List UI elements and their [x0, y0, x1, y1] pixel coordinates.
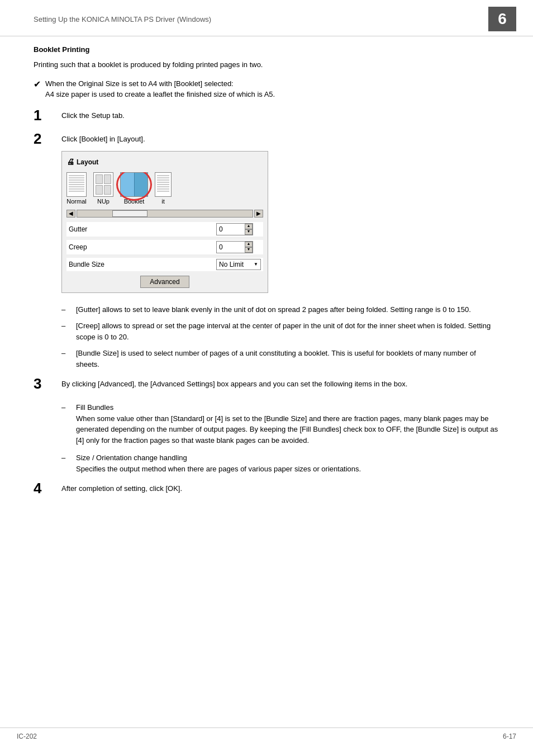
bullet-dash-2: – — [61, 320, 73, 332]
thumb-it-label: it — [161, 197, 165, 206]
sub-bullet-size-orientation-content: Size / Orientation change handling Speci… — [76, 452, 499, 474]
bundle-size-arrow: ▼ — [254, 261, 258, 268]
step-4: 4 After completion of setting, click [OK… — [34, 483, 499, 495]
fill-bundles-desc: When some value other than [Standard] or… — [76, 413, 499, 446]
bullet-creep-text: [Creep] allows to spread or set the page… — [76, 320, 499, 342]
creep-field-row: Creep ▲ ▼ — [66, 240, 263, 254]
size-orientation-desc: Specifies the output method when there a… — [76, 464, 499, 475]
nup-cell-3 — [96, 185, 103, 195]
content-area: Booklet Printing Printing such that a bo… — [0, 45, 533, 540]
step-2-bullets: – [Gutter] allows to set to leave blank … — [61, 304, 499, 370]
bullet-bundle-size: – [Bundle Size] is used to select number… — [61, 348, 499, 370]
gutter-input-container: ▲ ▼ — [216, 223, 261, 235]
gutter-spin-up[interactable]: ▲ — [245, 224, 253, 229]
sub-dash-2: – — [61, 452, 73, 464]
note-line1: When the Original Size is set to A4 with… — [45, 79, 234, 88]
scroll-thumb — [112, 210, 147, 217]
note-line2: A4 size paper is used to create a leafle… — [45, 90, 275, 98]
thumb-nup[interactable]: NUp — [93, 172, 113, 206]
bundle-size-input-container: No Limit ▼ — [216, 259, 261, 270]
steps-container: 1 Click the Setup tab. 2 Click [Booklet]… — [34, 110, 499, 496]
bullet-dash-3: – — [61, 348, 73, 359]
creep-spin-up[interactable]: ▲ — [245, 242, 253, 247]
step-1-text: Click the Setup tab. — [61, 111, 125, 120]
fill-bundles-title: Fill Bundles — [76, 402, 499, 413]
sub-bullet-fill-bundles-content: Fill Bundles When some value other than … — [76, 402, 499, 446]
size-orientation-title: Size / Orientation change handling — [76, 452, 499, 464]
bullet-gutter: – [Gutter] allows to set to leave blank … — [61, 304, 499, 315]
step-4-content: After completion of setting, click [OK]. — [61, 483, 499, 494]
thumb-normal-label: Normal — [66, 197, 86, 206]
nup-cell-4 — [104, 185, 111, 195]
step-3: 3 By clicking [Advanced], the [Advanced … — [34, 379, 499, 391]
sub-bullet-size-orientation: – Size / Orientation change handling Spe… — [61, 452, 499, 474]
step-2-content: Click [Booklet] in [Layout]. 🖨 Layout — [61, 134, 499, 293]
scroll-left-btn[interactable]: ◀ — [66, 210, 75, 218]
booklet-left-half — [121, 173, 135, 196]
scrollbar-row: ◀ ▶ — [66, 210, 263, 218]
creep-spin-down[interactable]: ▼ — [245, 247, 253, 253]
step-2-text: Click [Booklet] in [Layout]. — [61, 135, 145, 143]
bullet-creep: – [Creep] allows to spread or set the pa… — [61, 320, 499, 342]
thumb-it[interactable]: it — [155, 172, 172, 206]
footer-right: 6-17 — [503, 733, 516, 740]
bundle-size-label: Bundle Size — [69, 259, 216, 270]
thumb-normal[interactable]: Normal — [66, 172, 87, 206]
step-4-number: 4 — [34, 481, 61, 495]
thumb-it-img — [155, 172, 172, 197]
chapter-badge: 6 — [488, 7, 516, 31]
creep-spinbox-value[interactable] — [217, 242, 245, 253]
gutter-spinbox-value[interactable] — [217, 224, 245, 235]
header-title: Setting Up the KONICA MINOLTA PS Driver … — [34, 15, 211, 23]
section-heading: Booklet Printing — [34, 45, 499, 54]
bullet-dash-1: – — [61, 304, 73, 315]
note-text: When the Original Size is set to A4 with… — [45, 78, 499, 100]
step-3-text: By clicking [Advanced], the [Advanced Se… — [61, 380, 407, 388]
layout-dialog-title: 🖨 Layout — [66, 156, 263, 168]
step-1-content: Click the Setup tab. — [61, 110, 499, 121]
nup-cell-1 — [96, 174, 103, 184]
creep-spinbox-buttons: ▲ ▼ — [245, 242, 253, 253]
creep-input-container: ▲ ▼ — [216, 241, 261, 253]
gutter-spinbox[interactable]: ▲ ▼ — [216, 223, 253, 235]
layout-dialog-title-text: Layout — [77, 157, 98, 167]
thumb-booklet-label: Booklet — [124, 197, 145, 206]
gutter-spinbox-buttons: ▲ ▼ — [245, 224, 253, 235]
bullet-bundle-size-text: [Bundle Size] is used to select number o… — [76, 348, 499, 370]
bundle-size-select[interactable]: No Limit ▼ — [216, 259, 261, 270]
advanced-btn-row: Advanced — [66, 276, 263, 288]
thumb-nup-label: NUp — [97, 197, 110, 206]
step-1-number: 1 — [34, 108, 61, 122]
gutter-spin-down[interactable]: ▼ — [245, 229, 253, 235]
step-2: 2 Click [Booklet] in [Layout]. 🖨 Layout — [34, 134, 499, 293]
step-3-number: 3 — [34, 376, 61, 391]
sub-dash-1: – — [61, 402, 73, 413]
creep-label: Creep — [69, 242, 216, 252]
sub-bullet-fill-bundles: – Fill Bundles When some value other tha… — [61, 402, 499, 446]
thumb-nup-img — [93, 172, 113, 197]
bundle-size-field-row: Bundle Size No Limit ▼ — [66, 258, 263, 271]
gutter-field-row: Gutter ▲ ▼ — [66, 222, 263, 237]
step-1: 1 Click the Setup tab. — [34, 110, 499, 122]
thumbnails-row: Normal NUp — [66, 172, 263, 206]
checkmark-icon: ✔ — [34, 78, 41, 91]
creep-spinbox[interactable]: ▲ ▼ — [216, 241, 253, 253]
step-3-content: By clicking [Advanced], the [Advanced Se… — [61, 379, 499, 390]
bundle-size-value: No Limit — [219, 259, 244, 270]
layout-dialog: 🖨 Layout Normal — [61, 151, 268, 293]
thumb-booklet[interactable]: Booklet — [120, 172, 148, 206]
note-item: ✔ When the Original Size is set to A4 wi… — [34, 78, 499, 100]
step-2-number: 2 — [34, 131, 61, 146]
thumb-booklet-img — [120, 172, 148, 197]
step-3-bullets: – Fill Bundles When some value other tha… — [61, 402, 499, 474]
step-4-text: After completion of setting, click [OK]. — [61, 484, 182, 493]
page-footer: IC-202 6-17 — [0, 727, 533, 745]
page-container: Setting Up the KONICA MINOLTA PS Driver … — [0, 0, 533, 756]
page-header: Setting Up the KONICA MINOLTA PS Driver … — [0, 0, 533, 36]
nup-cell-2 — [104, 174, 111, 184]
section-intro: Printing such that a booklet is produced… — [34, 59, 499, 70]
advanced-button[interactable]: Advanced — [140, 276, 189, 288]
scroll-right-btn[interactable]: ▶ — [254, 210, 263, 218]
thumb-normal-img — [66, 172, 87, 197]
scroll-track[interactable] — [77, 210, 253, 218]
